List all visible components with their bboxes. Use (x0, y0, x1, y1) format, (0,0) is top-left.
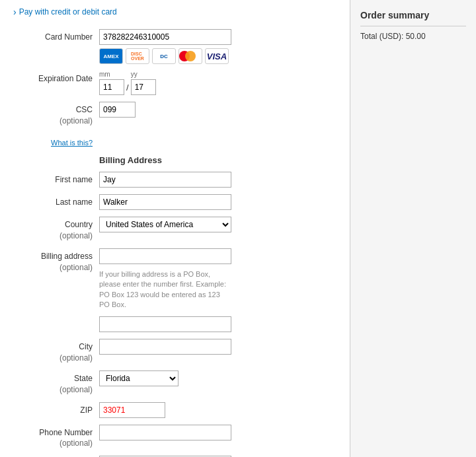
zip-input[interactable] (99, 402, 165, 418)
city-input[interactable] (99, 339, 231, 355)
state-label: State (optional) (13, 370, 99, 396)
mastercard-icon (178, 48, 202, 64)
visa-icon: VISA (205, 48, 229, 64)
billing-address-note: If your billing address is a PO Box, ple… (99, 269, 231, 310)
first-name-label: First name (13, 172, 99, 186)
state-select[interactable]: AlabamaAlaskaArizona ArkansasCaliforniaC… (99, 370, 178, 386)
billing-address-label: Billing address (optional) (13, 248, 99, 273)
amex-icon: AMEX (99, 48, 123, 64)
last-name-label: Last name (13, 194, 99, 208)
csc-label: CSC (optional) What is this? (13, 102, 99, 149)
billing-section-title: Billing Address (99, 155, 337, 165)
city-label: City (optional) (13, 339, 99, 364)
card-number-input[interactable] (99, 29, 231, 45)
yy-label: yy (131, 71, 156, 78)
what-is-csc-link[interactable]: What is this? (51, 139, 93, 147)
mm-label: mm (99, 71, 124, 78)
expiration-year-input[interactable] (131, 79, 156, 95)
csc-input[interactable] (99, 102, 136, 118)
pay-with-card-link[interactable]: Pay with credit or debit card (13, 7, 337, 17)
phone-input[interactable] (99, 425, 231, 440)
expiration-month-input[interactable] (99, 79, 124, 95)
order-total-value: 50.00 (406, 32, 426, 41)
card-number-label: Card Number (13, 29, 99, 43)
zip-label: ZIP (13, 402, 99, 416)
discover-icon: DISCOVER (126, 48, 149, 64)
billing-address-line2-input[interactable] (99, 316, 231, 332)
order-summary-title: Order summary (360, 10, 466, 26)
country-select[interactable]: United States of America Canada United K… (99, 217, 231, 232)
expiration-label: Expiration Date (13, 71, 99, 85)
diners-icon: DC (152, 48, 176, 64)
last-name-input[interactable] (99, 194, 231, 210)
billing-address-line1-input[interactable] (99, 248, 231, 264)
expiry-separator: / (126, 83, 129, 95)
phone-label: Phone Number (optional) (13, 425, 99, 450)
first-name-input[interactable] (99, 172, 231, 188)
country-label: Country (optional) (13, 217, 99, 242)
order-total-label: Total (USD): (360, 32, 403, 41)
